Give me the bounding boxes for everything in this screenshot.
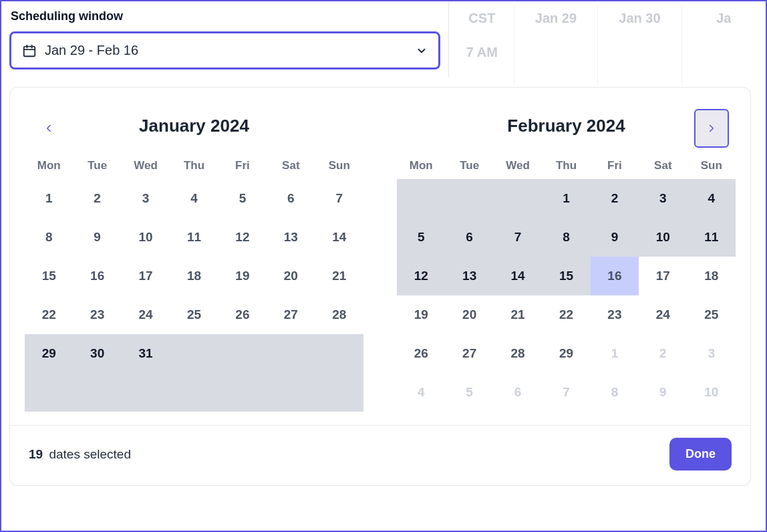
date-cell[interactable]: 1 xyxy=(542,179,590,218)
date-cell[interactable]: 14 xyxy=(315,218,363,257)
date-cell[interactable]: 22 xyxy=(25,295,73,334)
selection-count-suffix: dates selected xyxy=(49,447,131,461)
date-cell[interactable]: 31 xyxy=(122,334,170,373)
date-cell[interactable]: 28 xyxy=(315,295,363,334)
date-cell[interactable]: 26 xyxy=(397,334,445,373)
date-cell[interactable]: 6 xyxy=(445,218,493,257)
date-cell[interactable]: 10 xyxy=(122,218,170,257)
date-cell-empty xyxy=(218,334,267,373)
month-grid: 1234567891011121314151617181920212223242… xyxy=(397,179,736,412)
date-cell-empty xyxy=(445,179,493,218)
dow-label: Sun xyxy=(687,159,736,172)
date-cell[interactable]: 27 xyxy=(445,334,493,373)
date-cell[interactable]: 3 xyxy=(639,179,687,218)
date-cell[interactable]: 27 xyxy=(267,295,315,334)
date-cell: 2 xyxy=(639,334,687,373)
date-cell[interactable]: 20 xyxy=(267,257,315,295)
date-cell[interactable]: 13 xyxy=(267,218,315,257)
prev-month-button[interactable] xyxy=(31,109,66,148)
date-cell[interactable]: 16 xyxy=(591,257,639,295)
date-cell-empty xyxy=(122,373,170,412)
date-cell[interactable]: 8 xyxy=(542,218,590,257)
date-cell[interactable]: 2 xyxy=(73,179,121,218)
date-cell[interactable]: 4 xyxy=(687,179,736,218)
date-cell[interactable]: 25 xyxy=(170,295,218,334)
date-cell[interactable]: 12 xyxy=(397,257,445,295)
dow-label: Thu xyxy=(170,159,218,172)
date-cell[interactable]: 28 xyxy=(494,334,542,373)
bg-day: Jan 29 xyxy=(514,5,599,86)
chevron-left-icon xyxy=(43,122,55,134)
dow-label: Thu xyxy=(542,159,590,172)
date-cell[interactable]: 1 xyxy=(25,179,73,218)
date-cell[interactable]: 19 xyxy=(397,295,445,334)
date-cell[interactable]: 24 xyxy=(639,295,687,334)
date-cell[interactable]: 21 xyxy=(315,257,363,295)
date-cell[interactable]: 7 xyxy=(315,179,363,218)
dow-label: Mon xyxy=(25,159,73,172)
date-cell: 7 xyxy=(542,373,590,412)
date-cell[interactable]: 2 xyxy=(591,179,639,218)
next-month-button[interactable] xyxy=(694,109,729,148)
done-button[interactable]: Done xyxy=(669,438,732,471)
date-cell[interactable]: 9 xyxy=(73,218,121,257)
date-cell[interactable]: 4 xyxy=(170,179,218,218)
month-title: January 2024 xyxy=(25,116,363,136)
dow-label: Fri xyxy=(591,159,639,172)
date-cell[interactable]: 23 xyxy=(73,295,121,334)
date-cell-empty xyxy=(170,334,218,373)
date-cell-empty xyxy=(315,334,363,373)
date-cell[interactable]: 5 xyxy=(218,179,267,218)
chevron-right-icon xyxy=(706,122,718,134)
dow-label: Tue xyxy=(445,159,493,172)
date-cell[interactable]: 11 xyxy=(170,218,218,257)
date-cell[interactable]: 11 xyxy=(687,218,736,257)
date-cell[interactable]: 30 xyxy=(73,334,121,373)
date-cell-empty xyxy=(25,373,73,412)
date-cell[interactable]: 15 xyxy=(25,257,73,295)
date-cell[interactable]: 20 xyxy=(445,295,493,334)
dow-label: Mon xyxy=(397,159,445,172)
date-picker-popover: January 2024 MonTueWedThuFriSatSun 12345… xyxy=(9,87,751,486)
date-cell-empty xyxy=(397,179,445,218)
date-cell[interactable]: 13 xyxy=(445,257,493,295)
date-cell[interactable]: 18 xyxy=(687,257,736,295)
hour-label: 7 AM xyxy=(466,45,498,60)
date-cell-empty xyxy=(170,373,218,412)
bg-day: Ja xyxy=(682,5,766,86)
background-calendar: CST 7 AM Jan 29 Jan 30 Ja xyxy=(450,1,766,88)
date-cell[interactable]: 12 xyxy=(218,218,267,257)
date-cell[interactable]: 5 xyxy=(397,218,445,257)
date-cell[interactable]: 22 xyxy=(542,295,590,334)
date-cell[interactable]: 24 xyxy=(122,295,170,334)
dow-label: Tue xyxy=(73,159,121,172)
date-cell[interactable]: 7 xyxy=(494,218,542,257)
date-cell-empty xyxy=(267,373,315,412)
date-cell[interactable]: 21 xyxy=(494,295,542,334)
date-cell[interactable]: 29 xyxy=(25,334,73,373)
date-cell[interactable]: 26 xyxy=(218,295,267,334)
date-cell[interactable]: 10 xyxy=(639,218,687,257)
date-cell[interactable]: 6 xyxy=(267,179,315,218)
bg-day: Jan 30 xyxy=(598,5,682,86)
date-cell[interactable]: 16 xyxy=(73,257,121,295)
date-cell[interactable]: 15 xyxy=(542,257,590,295)
date-cell[interactable]: 8 xyxy=(25,218,73,257)
date-cell[interactable]: 14 xyxy=(494,257,542,295)
date-cell[interactable]: 9 xyxy=(591,218,639,257)
date-cell[interactable]: 25 xyxy=(687,295,736,334)
date-cell[interactable]: 23 xyxy=(591,295,639,334)
dow-label: Wed xyxy=(494,159,542,172)
date-cell[interactable]: 17 xyxy=(122,257,170,295)
date-cell[interactable]: 17 xyxy=(639,257,687,295)
date-range-field[interactable]: Jan 29 - Feb 16 xyxy=(9,31,440,70)
date-cell[interactable]: 3 xyxy=(122,179,170,218)
dow-row: MonTueWedThuFriSatSun xyxy=(25,159,363,172)
date-cell-empty xyxy=(218,373,267,412)
date-cell[interactable]: 29 xyxy=(542,334,590,373)
panel-label: Scheduling window xyxy=(9,9,440,23)
date-cell[interactable]: 19 xyxy=(218,257,267,295)
date-cell[interactable]: 18 xyxy=(170,257,218,295)
popover-footer: 19 dates selected Done xyxy=(10,425,750,485)
date-cell: 4 xyxy=(397,373,445,412)
